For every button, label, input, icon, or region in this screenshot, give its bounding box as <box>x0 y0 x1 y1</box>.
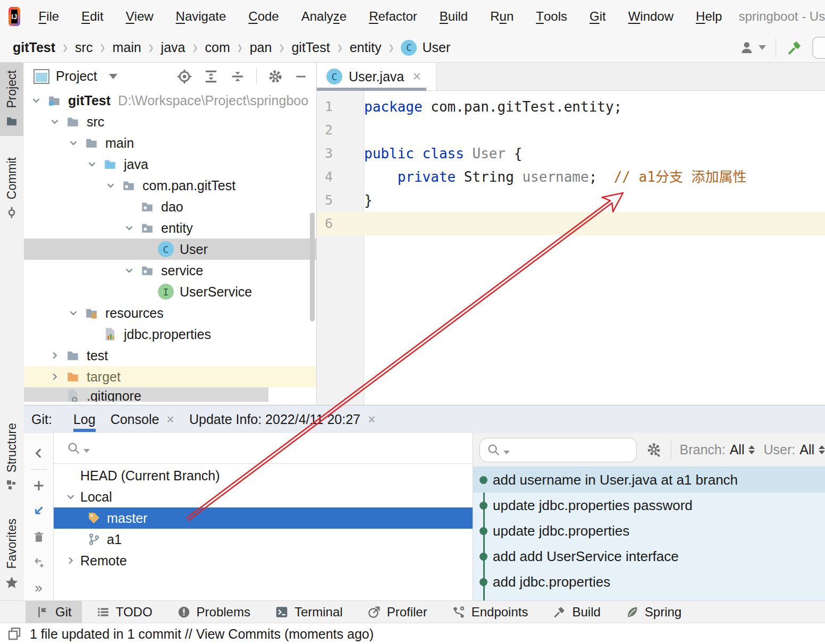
layers-icon[interactable] <box>6 626 22 642</box>
tree-item-target[interactable]: target <box>24 366 316 387</box>
branch-row-remote[interactable]: Remote <box>54 550 473 571</box>
tree-item-resources[interactable]: resources <box>24 302 316 324</box>
user-icon[interactable] <box>739 40 766 56</box>
branch-row-master[interactable]: master <box>54 507 473 529</box>
crumb-java[interactable]: java <box>159 40 188 55</box>
tree-item-gittest[interactable]: gitTestD:\Workspace\Project\springboo <box>24 90 316 111</box>
menu-build[interactable]: Build <box>428 0 479 33</box>
toolwindow-button-todo[interactable]: TODO <box>86 601 163 623</box>
menu-window[interactable]: Window <box>617 0 685 33</box>
toolwindow-button-problems[interactable]: Problems <box>167 601 260 623</box>
stripe-tab-structure[interactable]: Structure <box>0 423 23 492</box>
crumb-src[interactable]: src <box>73 40 95 55</box>
tree-item-user[interactable]: CUser <box>24 239 316 260</box>
menu-analyze[interactable]: Analyze <box>290 0 358 33</box>
close-icon[interactable]: × <box>166 412 174 427</box>
project-scrollbar[interactable] <box>310 213 315 321</box>
commit-row[interactable]: update jdbc.properties password <box>473 493 825 518</box>
status-message[interactable]: 1 file updated in 1 commit // View Commi… <box>30 626 374 642</box>
close-icon[interactable]: × <box>368 412 376 427</box>
close-icon[interactable]: × <box>412 69 421 85</box>
tree-item-com-pan-gittest[interactable]: com.pan.gitTest <box>24 175 316 196</box>
commit-row[interactable]: add username in User.java at a1 branch <box>473 467 825 493</box>
git-tab-update-info[interactable]: Update Info: 2022/4/11 20:27× <box>182 405 383 433</box>
stripe-tab-project[interactable]: Project <box>0 63 23 136</box>
branch-row-local[interactable]: Local <box>54 486 473 507</box>
toolwindow-button-git[interactable]: Git <box>26 601 82 623</box>
chevron-down-icon[interactable] <box>120 222 139 234</box>
tree-item-service[interactable]: service <box>24 260 316 281</box>
collapse-all-icon[interactable] <box>230 69 246 84</box>
toolwindow-button-profiler[interactable]: Profiler <box>357 601 437 623</box>
git-tab-log[interactable]: Log <box>66 405 103 433</box>
branch-row-head-current-branch-[interactable]: HEAD (Current Branch) <box>54 465 473 486</box>
code-area[interactable]: 123456 package com.pan.gitTest.entity;pu… <box>317 91 825 405</box>
restore-icon[interactable] <box>24 550 53 575</box>
project-view-selector[interactable]: Project <box>33 69 117 84</box>
checkout-icon[interactable] <box>24 498 53 524</box>
tree-item-src[interactable]: src <box>24 111 316 132</box>
chevron-down-icon[interactable] <box>61 491 80 503</box>
more-icon[interactable]: » <box>24 575 53 601</box>
menu-code[interactable]: Code <box>237 0 290 33</box>
menu-view[interactable]: View <box>115 0 165 33</box>
toolwindow-button-endpoints[interactable]: Endpoints <box>442 601 538 623</box>
commit-row[interactable]: add add UserService interface <box>473 544 825 569</box>
chevron-down-icon[interactable] <box>82 158 102 170</box>
tree-item-test[interactable]: test <box>24 345 316 366</box>
menu-refactor[interactable]: Refactor <box>358 0 428 33</box>
menu-run[interactable]: Run <box>479 0 525 33</box>
tree-item-entity[interactable]: entity <box>24 217 316 239</box>
chevron-down-icon[interactable] <box>64 137 83 149</box>
back-icon[interactable] <box>24 440 53 466</box>
hide-icon[interactable] <box>294 70 308 83</box>
toolwindow-button-spring[interactable]: Spring <box>615 601 692 623</box>
tree-item-jdbc-properties[interactable]: jdbc.properties <box>24 324 316 345</box>
branch-filter[interactable]: Branch: All <box>680 442 755 457</box>
crumb-pan[interactable]: pan <box>248 40 274 55</box>
menu-file[interactable]: File <box>28 0 71 33</box>
crumb-root[interactable]: gitTest <box>11 40 57 55</box>
tree-item-java[interactable]: java <box>24 154 316 175</box>
crumb-file[interactable]: CUser <box>399 40 452 56</box>
menu-edit[interactable]: Edit <box>70 0 114 33</box>
crumb-gitTest[interactable]: gitTest <box>289 40 332 55</box>
build-hammer-icon[interactable] <box>786 39 803 56</box>
crumb-com[interactable]: com <box>203 40 232 55</box>
git-tab-console[interactable]: Console× <box>103 405 182 433</box>
commit-row[interactable]: update jdbc.properties <box>473 518 825 544</box>
menu-git[interactable]: Git <box>578 0 617 33</box>
tree-item-main[interactable]: main <box>24 132 316 154</box>
chevron-down-icon[interactable] <box>27 95 46 106</box>
run-config-partial[interactable] <box>812 37 825 59</box>
chevron-down-icon[interactable] <box>45 116 64 128</box>
settings-icon[interactable] <box>267 69 283 84</box>
menu-tools[interactable]: Tools <box>525 0 578 33</box>
commit-search[interactable] <box>479 438 637 462</box>
chevron-right-icon[interactable] <box>45 371 64 383</box>
chevron-down-icon[interactable] <box>64 307 83 319</box>
crumb-entity[interactable]: entity <box>348 40 384 55</box>
menu-navigate[interactable]: Navigate <box>165 0 238 33</box>
menu-help[interactable]: Help <box>685 0 733 33</box>
toolwindow-button-terminal[interactable]: Terminal <box>265 601 353 623</box>
chevron-down-icon[interactable] <box>101 180 120 191</box>
tree-item-dao[interactable]: dao <box>24 196 316 217</box>
chevron-right-icon[interactable] <box>61 555 80 566</box>
commit-row[interactable]: add jdbc.properties <box>473 569 825 595</box>
stripe-tab-favorites[interactable]: Favorites <box>0 519 23 590</box>
expand-all-icon[interactable] <box>203 69 219 84</box>
settings-icon[interactable] <box>645 442 662 459</box>
branch-search[interactable] <box>54 433 473 464</box>
tree-item--gitignore[interactable]: .gitignore <box>24 387 268 402</box>
locate-icon[interactable] <box>176 69 192 84</box>
branch-row-a1[interactable]: a1 <box>54 529 473 550</box>
tree-item-userservice[interactable]: IUserService <box>24 281 316 302</box>
user-filter[interactable]: User: All <box>763 442 825 457</box>
crumb-main[interactable]: main <box>110 40 143 55</box>
chevron-down-icon[interactable] <box>120 265 139 276</box>
toolwindow-button-build[interactable]: Build <box>542 601 610 623</box>
delete-icon[interactable] <box>24 524 53 549</box>
tab-user-java[interactable]: C User.java × <box>317 63 436 90</box>
chevron-right-icon[interactable] <box>45 350 64 361</box>
